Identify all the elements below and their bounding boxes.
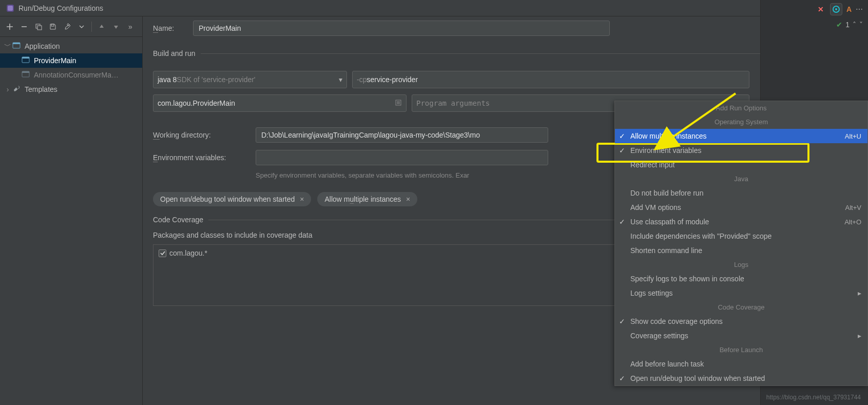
problems-count: 1 — [845, 21, 850, 29]
chevron-right-icon: › — [3, 85, 12, 93]
close-tab-icon[interactable]: ✕ — [818, 5, 824, 13]
chevron-right-icon: ▸ — [858, 289, 861, 297]
toolbar-divider — [91, 22, 92, 32]
dialog-title: Run/Debug Configurations — [18, 4, 794, 12]
menu-header-before-launch: Before Launch — [615, 343, 867, 357]
menu-item-shortcut: Alt+U — [845, 132, 861, 140]
chip-open-tool-window[interactable]: Open run/debug tool window when started … — [153, 192, 311, 206]
menu-item-open-tool-window[interactable]: ✓ Open run/debug tool window when starte… — [615, 371, 867, 385]
chevron-right-icon: ▸ — [858, 332, 861, 340]
move-up-button[interactable] — [96, 21, 107, 32]
tree-node-templates[interactable]: › Templates — [0, 82, 142, 97]
menu-header-logs: Logs — [615, 258, 867, 272]
working-directory-label: Working directory: — [153, 131, 256, 139]
menu-item-specify-logs[interactable]: Specify logs to be shown in console — [615, 272, 867, 286]
list-icon[interactable] — [395, 99, 402, 108]
chip-allow-multiple-instances[interactable]: Allow multiple instances × — [317, 192, 417, 206]
application-icon — [22, 70, 31, 80]
caret-up-icon[interactable]: ˄ — [853, 21, 856, 29]
main-class-input[interactable]: com.lagou.ProviderMain — [153, 94, 407, 112]
tree-item-providermain[interactable]: ProviderMain — [0, 53, 142, 68]
ai-tab[interactable] — [830, 3, 842, 15]
remove-config-button[interactable] — [18, 21, 30, 32]
menu-item-add-before-launch[interactable]: Add before launch task — [615, 357, 867, 371]
env-variables-input[interactable] — [256, 150, 548, 165]
menu-item-redirect-input[interactable]: Redirect input — [615, 158, 867, 172]
tree-toolbar: » — [0, 16, 142, 37]
cp-value: service-provider — [367, 75, 418, 84]
watermark: https://blog.csdn.net/qq_37931744 — [766, 394, 861, 401]
menu-item-shortcut: Alt+O — [844, 218, 861, 226]
menu-item-logs-settings[interactable]: Logs settings ▸ — [615, 286, 867, 300]
name-input[interactable] — [193, 21, 610, 36]
checkmark-icon: ✓ — [619, 132, 625, 140]
config-tree-panel: » ﹀ Application ProviderMain AnnotationC… — [0, 16, 143, 405]
working-directory-input[interactable] — [256, 127, 548, 143]
config-tree: ﹀ Application ProviderMain AnnotationCon… — [0, 37, 142, 99]
menu-item-label: Shorten command line — [630, 246, 702, 255]
menu-item-label: Logs settings — [630, 289, 673, 297]
app-icon — [6, 4, 14, 12]
menu-header-java: Java — [615, 172, 867, 186]
coverage-item-label: com.lagou.* — [169, 249, 207, 257]
menu-item-shortcut: Alt+V — [845, 204, 861, 211]
tree-item-label: ProviderMain — [34, 56, 76, 65]
cp-prefix: -cp — [357, 75, 367, 84]
section-title: Build and run — [153, 49, 196, 57]
tree-node-label: Application — [25, 42, 60, 50]
menu-item-label: Add VM options — [630, 203, 681, 211]
menu-item-shorten-cmdline[interactable]: Shorten command line — [615, 243, 867, 258]
menu-item-label: Open run/debug tool window when started — [630, 374, 765, 382]
menu-item-add-vm-options[interactable]: Add VM options Alt+V — [615, 200, 867, 215]
checkmark-icon: ✓ — [619, 146, 625, 155]
tree-item-label: AnnotationConsumerMa… — [34, 71, 119, 79]
save-config-button[interactable] — [47, 21, 59, 32]
checkmark-icon: ✓ — [619, 218, 625, 226]
menu-item-label: Do not build before run — [630, 189, 703, 197]
menu-header-code-coverage: Code Coverage — [615, 300, 867, 314]
coverage-item-checkbox[interactable] — [159, 249, 166, 257]
menu-item-label: Add before launch task — [630, 360, 704, 368]
menu-item-coverage-settings[interactable]: Coverage settings ▸ — [615, 329, 867, 343]
menu-item-label: Allow multiple instances — [630, 132, 707, 140]
menu-item-environment-variables[interactable]: ✓ Environment variables — [615, 143, 867, 158]
caret-down-icon[interactable]: ˅ — [859, 21, 863, 29]
add-config-button[interactable] — [4, 21, 15, 32]
env-variables-note: Specify environment variables, separate … — [256, 171, 469, 179]
tree-node-application[interactable]: ﹀ Application — [0, 39, 142, 53]
expand-button[interactable]: » — [125, 21, 136, 32]
chip-label: Allow multiple instances — [324, 195, 401, 203]
chevron-down-icon: ▾ — [339, 75, 342, 84]
menu-item-show-coverage[interactable]: ✓ Show code coverage options — [615, 314, 867, 329]
a-badge: A — [846, 5, 852, 13]
menu-item-do-not-build[interactable]: Do not build before run — [615, 186, 867, 200]
svg-rect-4 — [37, 26, 42, 30]
edit-dropdown-button[interactable] — [76, 21, 87, 32]
menu-item-include-provided[interactable]: Include dependencies with "Provided" sco… — [615, 229, 867, 243]
tree-item-annotationconsumer[interactable]: AnnotationConsumerMa… — [0, 68, 142, 82]
close-icon[interactable]: × — [300, 195, 304, 203]
classpath-select[interactable]: -cp service-provider — [352, 71, 749, 88]
jdk-hint: SDK of 'service-provider' — [177, 75, 255, 84]
menu-header-add-run-options: Add Run Options — [615, 101, 867, 115]
wrench-icon — [12, 85, 22, 94]
main-class-value: com.lagou.ProviderMain — [158, 99, 235, 107]
application-icon — [22, 56, 31, 65]
svg-rect-9 — [22, 57, 29, 59]
ellipsis-icon[interactable]: ⋯ — [856, 5, 863, 13]
menu-item-label: Redirect input — [630, 161, 674, 169]
copy-config-button[interactable] — [33, 21, 44, 32]
move-down-button[interactable] — [110, 21, 122, 32]
edit-templates-button[interactable] — [62, 21, 73, 32]
close-icon[interactable]: × — [406, 195, 410, 203]
menu-header-operating-system: Operating System — [615, 115, 867, 129]
menu-item-label: Environment variables — [630, 146, 702, 155]
jdk-select[interactable]: java 8 SDK of 'service-provider' ▾ — [153, 71, 347, 88]
menu-item-allow-multiple-instances[interactable]: ✓ Allow multiple instances Alt+U — [615, 129, 867, 143]
svg-rect-1 — [8, 6, 13, 11]
checkmark-icon: ✓ — [619, 374, 625, 382]
menu-item-label: Show code coverage options — [630, 317, 723, 325]
menu-item-use-classpath[interactable]: ✓ Use classpath of module Alt+O — [615, 215, 867, 229]
menu-item-label: Specify logs to be shown in console — [630, 275, 744, 283]
svg-rect-7 — [13, 43, 20, 44]
